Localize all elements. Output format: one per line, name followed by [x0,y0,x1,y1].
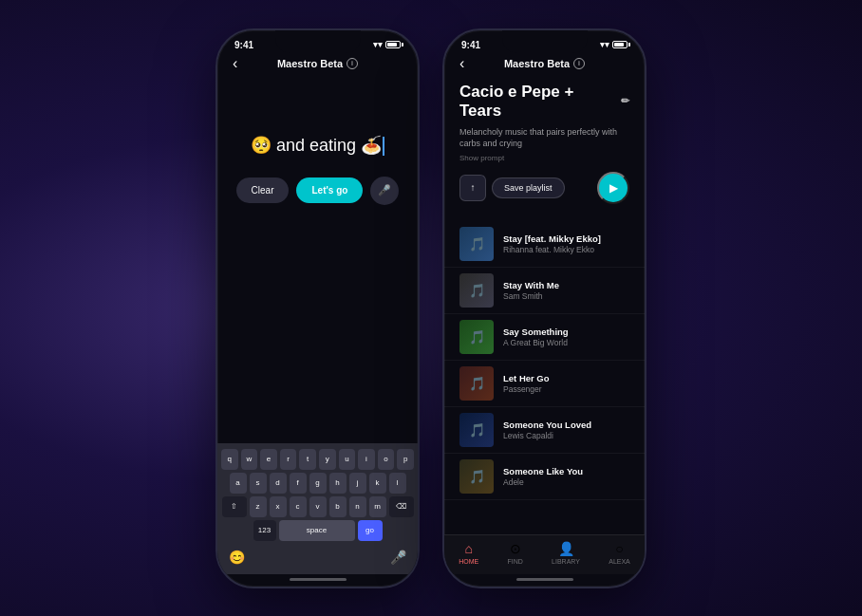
key-s[interactable]: s [250,473,267,494]
song-info-3: Let Her Go Passenger [503,373,629,394]
edit-icon[interactable]: ✏ [621,95,629,107]
playlist-description: Melancholy music that pairs perfectly wi… [459,126,629,150]
share-icon: ↑ [471,182,476,193]
song-title-3: Let Her Go [503,373,629,383]
mic-button-small[interactable]: 🎤 [370,177,399,205]
home-indicator-1 [290,578,347,581]
status-time-2: 9:41 [461,40,480,50]
key-shift[interactable]: ⇧ [222,496,247,517]
song-item-3[interactable]: 🎵 Let Her Go Passenger [444,361,645,407]
key-backspace[interactable]: ⌫ [389,496,414,517]
library-tab-icon: 👤 [558,541,574,556]
mic-button-keyboard[interactable]: 🎤 [386,546,410,569]
keyboard-row-3: ⇧ z x c v b n m ⌫ [221,496,414,517]
share-button[interactable]: ↑ [459,175,486,201]
emoji-button[interactable]: 😊 [225,546,249,569]
key-t[interactable]: t [299,449,316,470]
nav-title-1: Maestro Beta i [277,58,358,69]
key-i[interactable]: i [358,449,375,470]
battery-icon-1 [385,41,401,48]
song-info-1: Stay With Me Sam Smith [503,280,629,301]
song-item-0[interactable]: 🎵 Stay [feat. Mikky Ekko] Rihanna feat. … [444,221,645,268]
emoji-pasta: 🍝 [361,136,382,155]
clear-button[interactable]: Clear [236,177,290,203]
song-title-1: Stay With Me [503,280,629,290]
song-title-0: Stay [feat. Mikky Ekko] [503,233,629,244]
tab-library[interactable]: 👤 LIBRARY [552,541,580,565]
key-a[interactable]: a [230,473,247,494]
keyboard: q w e r t y u i o p a s d f g h j k l ⇧ … [217,443,418,574]
back-button-2[interactable]: ‹ [459,55,464,72]
alexa-tab-icon: ○ [615,541,623,556]
song-item-2[interactable]: 🎵 Say Something A Great Big World [444,314,645,361]
key-r[interactable]: r [280,449,297,470]
key-g[interactable]: g [309,473,327,494]
find-tab-icon: ⊙ [510,541,521,556]
song-artist-3: Passenger [503,384,629,394]
keyboard-row-4: 123 space go [221,520,414,541]
key-h[interactable]: h [329,473,347,494]
key-z[interactable]: z [250,496,267,517]
info-button-2[interactable]: i [573,58,585,69]
key-d[interactable]: d [270,473,287,494]
key-l[interactable]: l [389,473,406,494]
song-item-4[interactable]: 🎵 Someone You Loved Lewis Capaldi [444,407,645,454]
key-b[interactable]: b [329,496,347,517]
info-button-1[interactable]: i [347,58,358,69]
song-info-2: Say Something A Great Big World [503,327,629,347]
song-info-4: Someone You Loved Lewis Capaldi [503,420,629,440]
play-button[interactable]: ▶ [597,172,629,204]
lets-go-button[interactable]: Let's go [296,177,363,203]
show-prompt-link[interactable]: Show prompt [459,154,629,162]
key-e[interactable]: e [260,449,277,470]
key-space[interactable]: space [279,520,355,541]
keyboard-row-1: q w e r t y u i o p [221,449,414,470]
key-y[interactable]: y [319,449,336,470]
phone-notch [275,30,361,53]
key-x[interactable]: x [270,496,287,517]
home-indicator-2 [516,578,573,581]
key-go[interactable]: go [358,520,383,541]
key-k[interactable]: k [369,473,386,494]
nav-title-2: Maestro Beta i [504,58,585,69]
album-art-3: 🎵 [459,366,494,401]
song-artist-0: Rihanna feat. Mikky Ekko [503,245,629,254]
key-m[interactable]: m [369,496,386,517]
key-q[interactable]: q [221,449,238,470]
tab-find[interactable]: ⊙ FIND [507,541,522,565]
playlist-screen: Cacio e Pepe + Tears ✏ Melancholy music … [444,77,645,574]
back-button-1[interactable]: ‹ [233,55,237,72]
key-p[interactable]: p [397,449,414,470]
key-u[interactable]: u [339,449,356,470]
song-artist-4: Lewis Capaldi [503,431,629,440]
key-w[interactable]: w [241,449,258,470]
key-v[interactable]: v [309,496,327,517]
key-n[interactable]: n [349,496,366,517]
key-123[interactable]: 123 [253,520,276,541]
song-info-5: Someone Like You Adele [503,466,629,487]
tab-home[interactable]: ⌂ HOME [459,541,478,565]
nav-bar-1: ‹ Maestro Beta i [217,54,418,77]
song-artist-5: Adele [503,477,629,487]
save-playlist-button[interactable]: Save playlist [492,177,565,198]
home-tab-icon: ⌂ [464,541,472,556]
key-o[interactable]: o [378,449,395,470]
nav-bar-2: ‹ Maestro Beta i [444,54,645,77]
song-item-1[interactable]: 🎵 Stay With Me Sam Smith [444,268,645,314]
status-time-1: 9:41 [234,40,253,50]
tab-bar: ⌂ HOME ⊙ FIND 👤 LIBRARY ○ ALEXA [444,534,645,574]
phone-notch-2 [502,30,588,53]
song-item-5[interactable]: 🎵 Someone Like You Adele [444,454,645,500]
status-icons-2: ▾▾ [600,40,628,49]
alexa-tab-label: ALEXA [609,558,630,565]
key-j[interactable]: j [349,473,366,494]
status-icons-1: ▾▾ [373,40,401,49]
tab-alexa[interactable]: ○ ALEXA [609,541,630,565]
wifi-icon-2: ▾▾ [600,40,609,49]
playlist-header: Cacio e Pepe + Tears ✏ Melancholy music … [444,77,645,221]
emoji-sad: 🥺 [251,136,272,155]
song-title-2: Say Something [503,327,629,337]
key-f[interactable]: f [290,473,307,494]
key-c[interactable]: c [290,496,307,517]
album-art-1: 🎵 [459,273,494,308]
